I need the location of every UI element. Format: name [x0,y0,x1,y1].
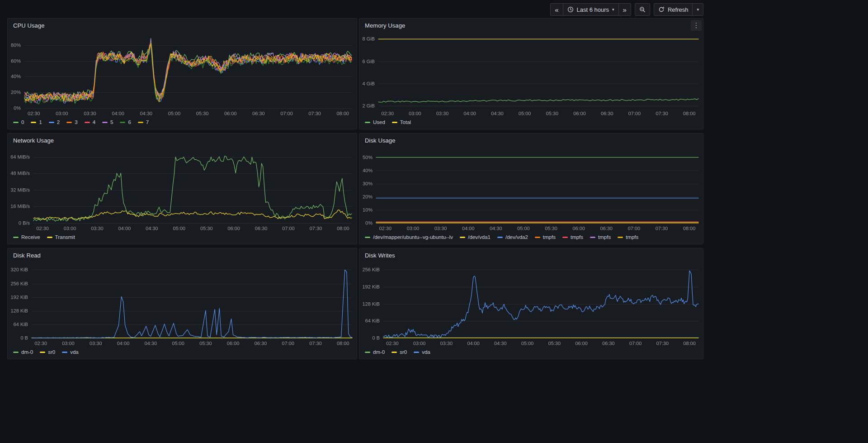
panel-title: Memory Usage [365,22,405,29]
panel-header[interactable]: CPU Usage [8,19,357,32]
refresh-icon [658,6,665,13]
legend-swatch [102,122,108,123]
kebab-menu-icon: ⋮ [693,21,700,29]
panel-network-usage: Network Usage ReceiveTransmit [7,133,357,244]
legend-item-1[interactable]: 1 [31,119,42,125]
panel-disk-writes: Disk Writes dm-0sr0vda [359,248,703,359]
legend-label: tmpfs [626,234,638,240]
legend-swatch [40,352,45,353]
legend-item-tmpfs[interactable]: tmpfs [535,234,556,240]
legend-label: 0 [21,119,24,125]
legend-swatch [562,237,568,238]
legend-swatch [85,122,90,123]
legend-label: 7 [146,119,149,125]
chevron-down-icon: ▾ [697,7,699,12]
legend-swatch [497,237,503,238]
legend-label: sr0 [400,349,407,355]
dashboard: « Last 6 hours ▾ » [0,0,868,443]
legend-item-dm-0[interactable]: dm-0 [13,349,33,355]
panel-title: Network Usage [13,137,54,144]
legend-label: /dev/vda2 [505,234,528,240]
time-shift-back-button[interactable]: « [551,4,562,15]
legend-item-/dev/mapper/ubuntu--vg-ubuntu--lv[interactable]: /dev/mapper/ubuntu--vg-ubuntu--lv [365,234,453,240]
panel-title: Disk Read [13,252,41,259]
legend-label: /dev/vda1 [468,234,491,240]
panel-title: Disk Writes [365,252,395,259]
disk-read-chart[interactable] [8,262,357,348]
legend-item-/dev/vda1[interactable]: /dev/vda1 [460,234,491,240]
legend-swatch [414,352,419,353]
legend-label: vda [422,349,430,355]
legend-item-tmpfs[interactable]: tmpfs [590,234,611,240]
legend-item-sr0[interactable]: sr0 [392,349,407,355]
legend-swatch [365,237,370,238]
legend-item-5[interactable]: 5 [102,119,113,125]
legend-item-Receive[interactable]: Receive [13,234,40,240]
legend-item-Transmit[interactable]: Transmit [47,234,75,240]
legend-label: Used [373,119,385,125]
legend-swatch [618,237,623,238]
panel-menu-button[interactable]: ⋮ [691,20,702,31]
legend-item-sr0[interactable]: sr0 [40,349,55,355]
memory-usage-chart[interactable] [359,32,703,118]
legend-item-vda[interactable]: vda [62,349,79,355]
legend-item-4[interactable]: 4 [85,119,95,125]
legend-swatch [535,237,540,238]
legend-swatch [590,237,595,238]
cpu-usage-legend: 01234567 [8,118,357,129]
disk-writes-legend: dm-0sr0vda [359,348,703,359]
time-shift-forward-button[interactable]: » [618,4,631,15]
chevrons-left-icon: « [555,6,558,13]
legend-swatch [138,122,143,123]
legend-label: 6 [128,119,131,125]
disk-usage-legend: /dev/mapper/ubuntu--vg-ubuntu--lv/dev/vd… [359,233,703,244]
disk-read-legend: dm-0sr0vda [8,348,357,359]
legend-item-0[interactable]: 0 [13,119,24,125]
legend-label: tmpfs [571,234,583,240]
legend-swatch [120,122,125,123]
legend-item-Used[interactable]: Used [365,119,385,125]
panel-header[interactable]: Disk Usage [359,133,703,147]
chevron-down-icon: ▾ [612,7,614,12]
network-usage-chart[interactable] [8,147,357,233]
panel-title: Disk Usage [365,137,395,144]
disk-writes-chart[interactable] [359,262,703,348]
panel-memory-usage: Memory Usage ⋮ UsedTotal [359,18,703,129]
legend-item-vda[interactable]: vda [414,349,430,355]
panel-title: CPU Usage [13,22,45,29]
legend-swatch [62,352,67,353]
legend-item-3[interactable]: 3 [66,119,77,125]
legend-item-Total[interactable]: Total [392,119,411,125]
legend-swatch [365,122,370,123]
legend-item-tmpfs[interactable]: tmpfs [562,234,583,240]
chevrons-right-icon: » [623,6,627,13]
panel-header[interactable]: Network Usage [8,133,357,147]
legend-swatch [66,122,72,123]
panel-header[interactable]: Disk Writes [359,248,703,262]
panel-header[interactable]: Disk Read [8,248,357,262]
legend-swatch [13,352,19,353]
legend-item-tmpfs[interactable]: tmpfs [618,234,638,240]
legend-item-2[interactable]: 2 [49,119,60,125]
legend-item-dm-0[interactable]: dm-0 [365,349,385,355]
zoom-out-icon [639,6,646,13]
panel-header[interactable]: Memory Usage ⋮ [359,19,703,32]
disk-usage-chart[interactable] [359,147,703,233]
legend-swatch [31,122,36,123]
zoom-out-button[interactable] [635,4,650,15]
network-usage-legend: ReceiveTransmit [8,233,357,244]
refresh-button[interactable]: Refresh [654,4,693,15]
legend-swatch [460,237,465,238]
legend-item-7[interactable]: 7 [138,119,149,125]
legend-label: 4 [93,119,95,125]
refresh-interval-button[interactable]: ▾ [692,4,703,15]
refresh-label: Refresh [668,6,689,13]
legend-swatch [392,122,397,123]
legend-label: dm-0 [21,349,33,355]
time-range-toolbar: « Last 6 hours ▾ » [550,3,703,16]
legend-item-6[interactable]: 6 [120,119,131,125]
cpu-usage-chart[interactable] [8,32,357,118]
time-range-picker-button[interactable]: Last 6 hours ▾ [563,4,618,15]
legend-item-/dev/vda2[interactable]: /dev/vda2 [497,234,528,240]
legend-label: tmpfs [543,234,556,240]
